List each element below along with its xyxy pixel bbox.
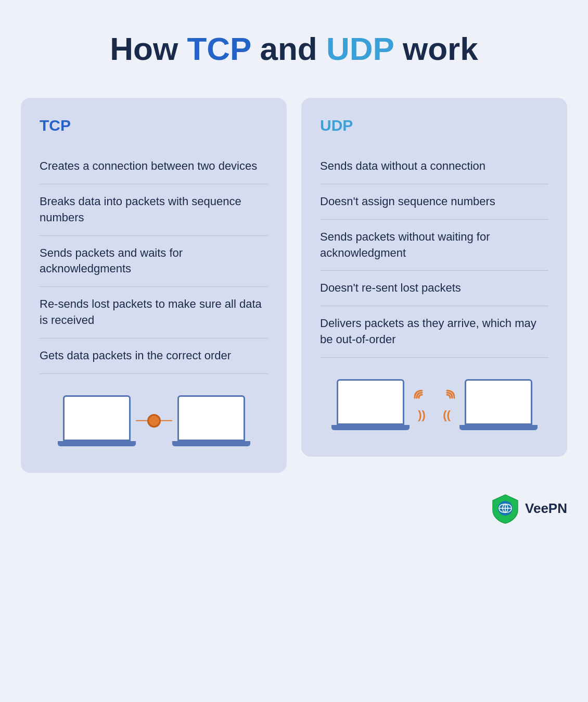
laptop-base [172,441,250,446]
list-item: Doesn't re-sent lost packets [320,271,548,306]
list-item: Re-sends lost packets to make sure all d… [40,287,268,339]
list-item: Delivers packets as they arrive, which m… [320,306,548,358]
udp-item-3: Sends packets without waiting for acknow… [320,230,490,259]
list-item: Breaks data into packets with sequence n… [40,184,268,236]
laptop-base [331,425,410,430]
udp-waves-right: )) [413,388,431,421]
list-item: Sends data without a connection [320,149,548,184]
laptop-screen [63,395,131,441]
wave-symbol-left: (( [443,409,451,421]
footer: VeePN [492,494,567,524]
title-suffix: work [394,31,478,67]
laptop-screen [465,379,532,425]
tcp-illustration [40,384,268,457]
list-item: Creates a connection between two devices [40,149,268,184]
veepn-logo-text: VeePN [525,500,567,517]
udp-laptop-left [331,379,410,430]
main-columns: TCP Creates a connection between two dev… [21,98,567,472]
connector-dot [147,414,161,428]
udp-item-1: Sends data without a connection [320,159,485,172]
title-middle: and [251,31,326,67]
list-item: Gets data packets in the correct order [40,339,268,374]
tcp-laptop-right [172,395,250,446]
title-tcp: TCP [187,31,251,67]
tcp-card: TCP Creates a connection between two dev… [21,98,287,472]
tcp-connector [136,413,172,429]
list-item: Sends packets and waits for acknowledgme… [40,236,268,287]
wave-left-icon [438,388,456,407]
tcp-laptop-left [58,395,136,446]
wave-right-icon [413,388,431,407]
laptop-screen [177,395,245,441]
tcp-card-title: TCP [40,117,268,134]
tcp-item-2: Breaks data into packets with sequence n… [40,195,241,224]
title-udp: UDP [326,31,394,67]
list-item: Sends packets without waiting for acknow… [320,220,548,271]
wave-symbol-right: )) [418,409,426,421]
tcp-item-5: Gets data packets in the correct order [40,349,231,362]
title-prefix: How [110,31,187,67]
udp-item-5: Delivers packets as they arrive, which m… [320,317,536,346]
laptop-base [58,441,136,446]
udp-card: UDP Sends data without a connection Does… [301,98,567,457]
tcp-item-4: Re-sends lost packets to make sure all d… [40,297,262,327]
tcp-item-3: Sends packets and waits for acknowledgme… [40,246,183,275]
list-item: Doesn't assign sequence numbers [320,184,548,220]
udp-waves-left: (( [438,388,456,421]
veepn-logo-icon [492,494,519,524]
laptop-base [459,425,538,430]
udp-illustration: )) (( [320,368,548,441]
laptop-screen [337,379,404,425]
page-title: How TCP and UDP work [110,31,478,67]
udp-item-4: Doesn't re-sent lost packets [320,281,461,294]
tcp-item-1: Creates a connection between two devices [40,159,257,172]
udp-item-2: Doesn't assign sequence numbers [320,195,495,208]
udp-card-title: UDP [320,117,548,134]
udp-laptop-right [459,379,538,430]
